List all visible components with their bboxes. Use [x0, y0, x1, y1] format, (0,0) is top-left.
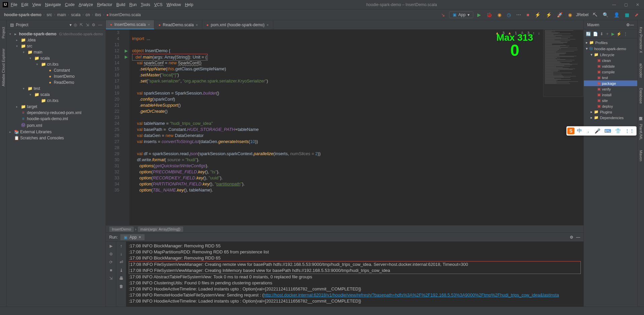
key-promoter-tool[interactable]: Key Promoter X — [639, 27, 643, 53]
settings-icon[interactable]: ⚙ — [92, 23, 95, 27]
menu-window[interactable]: Window — [166, 2, 181, 7]
tree-test-pkg[interactable]: 📁cn.itxs — [7, 98, 106, 104]
jrebel-icon[interactable]: ◉ — [567, 11, 573, 18]
run-gutter-icon[interactable]: ▶ — [125, 48, 128, 53]
alibaba-tool[interactable]: Alibaba Cloud Explorer — [1, 48, 5, 86]
jrebel-run-icon[interactable]: ⚡ — [533, 11, 542, 18]
avatar-icon[interactable]: 👤 — [612, 11, 621, 18]
ime-menu[interactable]: ⋮⋮ — [623, 128, 636, 134]
menu-help[interactable]: Help — [185, 2, 193, 7]
maven-goal-clean[interactable]: ▣clean — [584, 58, 637, 63]
breadcrumb-item[interactable]: ●InsertDemo.scala — [106, 12, 141, 17]
tree-idea[interactable]: ▸📁.idea — [7, 37, 106, 43]
run-stop-icon[interactable]: ■ — [110, 268, 112, 273]
rerun-icon[interactable]: ▶ — [110, 244, 113, 248]
menu-run[interactable]: Run — [129, 2, 137, 7]
dropdown-icon[interactable]: ▾ — [70, 23, 72, 27]
breadcrumb-item[interactable]: itxs — [95, 12, 101, 17]
profile-button[interactable]: ◷ — [506, 11, 512, 18]
maven-project[interactable]: ▾Ⓜhoodie-spark-demo — [584, 45, 637, 52]
expand-icon[interactable]: ⇲ — [86, 23, 89, 27]
tree-src[interactable]: ▾📁src — [7, 43, 106, 49]
maximize-button[interactable]: ▢ — [622, 2, 630, 7]
tree-insertdemo[interactable]: ●InsertDemo — [7, 73, 106, 79]
search-icon[interactable]: 🔍 — [601, 11, 610, 18]
run-config-selector[interactable]: ▣ App ▾ — [449, 11, 473, 18]
up-icon[interactable]: ↑ — [120, 244, 122, 248]
menu-analyze[interactable]: Analyze — [79, 2, 93, 7]
close-tab-icon[interactable]: × — [196, 23, 198, 27]
menu-refactor[interactable]: Refactor — [97, 2, 112, 7]
crumb-class[interactable]: InsertDemo — [109, 226, 134, 232]
database-tool[interactable]: Database — [639, 88, 643, 104]
rocket-icon[interactable]: 🚀 — [556, 11, 564, 18]
aixcoder-tool[interactable]: aiXcoder — [639, 63, 643, 78]
crumb-method[interactable]: main(args: Array[String]) — [138, 226, 183, 232]
editor-tab[interactable]: ●ReadDemo.scala× — [154, 20, 202, 29]
maven-goal-deploy[interactable]: ▣deploy — [584, 103, 637, 109]
down-icon[interactable]: ↓ — [120, 252, 122, 256]
maven-hide-icon[interactable]: ― — [630, 23, 634, 27]
attach-button[interactable]: ⋯ — [515, 11, 522, 18]
execute-icon[interactable]: ⚡ — [616, 32, 621, 36]
print-icon[interactable]: 🖶 — [119, 276, 123, 281]
tree-constant[interactable]: ●Constant — [7, 67, 106, 73]
tree-test-scala[interactable]: ▾📁scala — [7, 92, 106, 98]
tree-ext-libs[interactable]: ▸📚External Libraries — [7, 129, 106, 135]
console-link[interactable]: http://host.docker.internal:62018/v1/hoo… — [264, 292, 559, 298]
run-button[interactable]: ▶ — [476, 11, 482, 18]
tree-iml[interactable]: ≡hoodie-spark-demo.iml — [7, 116, 106, 122]
breadcrumb-item[interactable]: hoodie-spark-demo — [4, 12, 41, 17]
tree-target[interactable]: ▸📁target — [7, 104, 106, 110]
menu-view[interactable]: View — [32, 2, 41, 7]
ime-punct[interactable]: ， — [585, 127, 592, 135]
maven-plugins[interactable]: ▸📁Plugins — [584, 109, 637, 115]
ime-skin[interactable]: 👕 — [614, 128, 622, 134]
hammer-icon[interactable]: ↘ — [440, 11, 446, 18]
menu-file[interactable]: File — [11, 2, 17, 7]
download-icon[interactable]: ⬇ — [600, 32, 603, 36]
minimize-button[interactable]: ― — [610, 2, 618, 7]
close-tab-icon[interactable]: × — [267, 23, 269, 27]
ime-voice[interactable]: 🎤 — [593, 128, 602, 134]
ime-keyboard[interactable]: ⌨ — [603, 128, 612, 134]
run-pin-icon[interactable]: ⟳ — [109, 260, 113, 265]
tree-dep-pom[interactable]: ≡dependency-reduced-pom.xml — [7, 110, 106, 116]
maven-tool[interactable]: Maven — [639, 150, 643, 161]
wrap-icon[interactable]: ⏎ — [120, 260, 123, 265]
editor-body[interactable]: 3411121314151617181920212223242526272829… — [106, 30, 583, 225]
project-root[interactable]: ▾▸hoodie-spark-demoG:\dev\hoodie-spark-d… — [7, 31, 106, 37]
menu-edit[interactable]: Edit — [21, 2, 28, 7]
tree-test[interactable]: ▾📁test — [7, 85, 106, 92]
maven-goal-compile[interactable]: ▣compile — [584, 69, 637, 75]
stop-button[interactable]: ■ — [525, 11, 530, 18]
plus-icon[interactable]: ＋ — [605, 31, 609, 37]
clear-icon[interactable]: 🗑 — [119, 284, 123, 289]
tree-main[interactable]: ▾📁main — [7, 49, 106, 55]
exit-icon[interactable]: ⬈ — [633, 11, 640, 18]
breadcrumb-item[interactable]: main — [57, 12, 66, 17]
maven-settings-icon[interactable]: ⚙ — [626, 23, 630, 27]
editor-tab[interactable]: ●InsertDemo.scala× — [106, 20, 154, 29]
console-output[interactable]: :17:08 INFO BlockManager: Removing RDD 5… — [126, 242, 583, 307]
maven-goal-validate[interactable]: ▣validate — [584, 63, 637, 69]
tree-scala[interactable]: ▾📁scala — [7, 55, 106, 61]
scroll-icon[interactable]: ⤓ — [120, 268, 123, 273]
jrebel-debug-icon[interactable]: ⚡ — [545, 11, 553, 18]
maven-goal-test[interactable]: ▣test — [584, 75, 637, 80]
close-tab-icon[interactable]: × — [148, 23, 150, 27]
ime-lang[interactable]: 中 — [576, 127, 583, 135]
maven-lifecycle[interactable]: ▾📁Lifecycle — [584, 52, 637, 58]
run-tab[interactable]: ▣ App × — [120, 234, 144, 240]
generate-icon[interactable]: 📄 — [593, 32, 598, 36]
tree-readdemo[interactable]: ●ReadDemo — [7, 79, 106, 85]
plantuml-tool[interactable]: PlantUML — [639, 124, 643, 140]
debug-button[interactable]: 🐞 — [485, 11, 493, 18]
menu-build[interactable]: Build — [116, 2, 125, 7]
breadcrumb-item[interactable]: scala — [71, 12, 80, 17]
target-icon[interactable]: ◎ — [74, 23, 77, 27]
menu-code[interactable]: Code — [65, 2, 75, 7]
maven-goal-install[interactable]: ▣install — [584, 92, 637, 98]
run-settings-icon[interactable]: ⚙ — [109, 252, 113, 256]
maven-profiles[interactable]: ▸📁Profiles — [584, 40, 637, 45]
